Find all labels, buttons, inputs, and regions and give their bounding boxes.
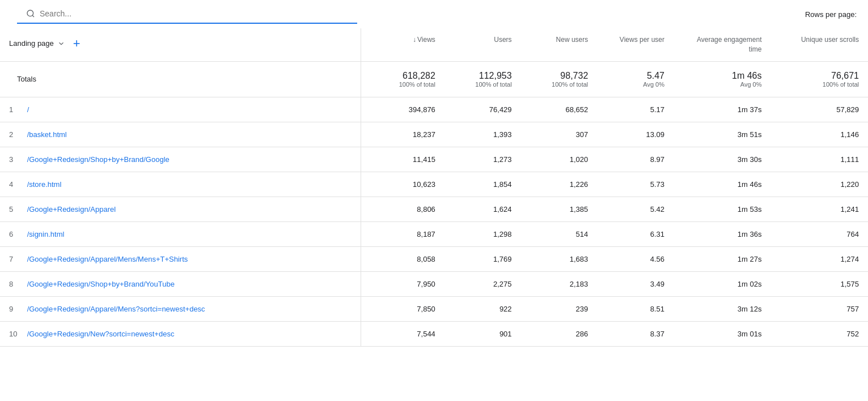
avg-engagement-cell: 1m 02s	[674, 271, 770, 296]
new-users-cell: 286	[521, 321, 598, 346]
new-users-column-header[interactable]: New users	[521, 28, 598, 61]
unique-scrolls-cell: 757	[770, 296, 868, 321]
new-users-cell: 1,020	[521, 147, 598, 172]
views-cell: 8,058	[361, 246, 444, 271]
row-number: 6	[9, 230, 18, 238]
landing-page-link[interactable]: /basket.html	[27, 130, 67, 139]
landing-page-link[interactable]: /Google+Redesign/New?sortci=newest+desc	[27, 330, 175, 338]
search-icon	[26, 9, 35, 18]
unique-scrolls-cell: 1,146	[770, 122, 868, 147]
rows-per-page-label: Rows per page:	[805, 10, 857, 19]
totals-views: 618,282 100% of total	[361, 61, 444, 97]
views-cell: 394,876	[361, 97, 444, 122]
users-cell: 1,854	[444, 172, 521, 197]
avg-engagement-cell: 3m 51s	[674, 122, 770, 147]
users-cell: 922	[444, 296, 521, 321]
new-users-cell: 2,183	[521, 271, 598, 296]
views-cell: 7,544	[361, 321, 444, 346]
views-per-user-cell: 5.73	[597, 172, 674, 197]
unique-scrolls-cell: 1,111	[770, 147, 868, 172]
users-cell: 1,769	[444, 246, 521, 271]
totals-label: Totals	[17, 75, 36, 83]
views-per-user-column-header[interactable]: Views per user	[597, 28, 674, 61]
avg-engagement-cell: 1m 53s	[674, 197, 770, 221]
new-users-cell: 1,226	[521, 172, 598, 197]
row-number: 9	[9, 305, 18, 313]
unique-scrolls-cell: 1,274	[770, 246, 868, 271]
landing-page-link[interactable]: /Google+Redesign/Apparel/Mens?sortci=new…	[27, 305, 205, 313]
row-number: 8	[9, 280, 18, 288]
totals-row: Totals 618,282 100% of total 112,953 100…	[0, 61, 868, 97]
avg-engagement-cell: 1m 36s	[674, 221, 770, 246]
views-column-header[interactable]: ↓ Views	[361, 28, 444, 61]
sort-icon: ↓	[413, 35, 416, 45]
new-users-cell: 514	[521, 221, 598, 246]
unique-scrolls-column-header[interactable]: Unique user scrolls	[770, 28, 868, 61]
landing-page-cell: 5 /Google+Redesign/Apparel	[0, 197, 361, 221]
users-cell: 76,429	[444, 97, 521, 122]
new-users-cell: 1,385	[521, 197, 598, 221]
table-row: 7 /Google+Redesign/Apparel/Mens/Mens+T+S…	[0, 246, 868, 271]
users-cell: 1,273	[444, 147, 521, 172]
unique-scrolls-cell: 764	[770, 221, 868, 246]
avg-engagement-cell: 3m 01s	[674, 321, 770, 346]
row-number: 5	[9, 205, 18, 214]
views-per-user-cell: 3.49	[597, 271, 674, 296]
landing-page-cell: 4 /store.html	[0, 172, 361, 197]
views-cell: 7,850	[361, 296, 444, 321]
table-row: 2 /basket.html 18,237 1,393 307 13.09 3m…	[0, 122, 868, 147]
views-cell: 18,237	[361, 122, 444, 147]
svg-line-1	[32, 15, 34, 17]
new-users-cell: 68,652	[521, 97, 598, 122]
views-per-user-cell: 6.31	[597, 221, 674, 246]
avg-engagement-cell: 3m 12s	[674, 296, 770, 321]
views-cell: 7,950	[361, 271, 444, 296]
users-cell: 1,298	[444, 221, 521, 246]
landing-page-link[interactable]: /signin.html	[27, 230, 65, 238]
row-number: 7	[9, 255, 18, 263]
table-row: 5 /Google+Redesign/Apparel 8,806 1,624 1…	[0, 197, 868, 221]
views-cell: 8,187	[361, 221, 444, 246]
users-cell: 1,624	[444, 197, 521, 221]
views-cell: 8,806	[361, 197, 444, 221]
table-row: 9 /Google+Redesign/Apparel/Mens?sortci=n…	[0, 296, 868, 321]
landing-page-link[interactable]: /	[27, 105, 29, 114]
landing-page-cell: 7 /Google+Redesign/Apparel/Mens/Mens+T+S…	[0, 246, 361, 271]
add-dimension-button[interactable]: +	[73, 35, 81, 53]
unique-scrolls-cell: 1,220	[770, 172, 868, 197]
chevron-down-icon	[57, 40, 65, 48]
views-cell: 10,623	[361, 172, 444, 197]
landing-page-link[interactable]: /store.html	[27, 180, 62, 189]
totals-new-users: 98,732 100% of total	[521, 61, 598, 97]
users-column-header[interactable]: Users	[444, 28, 521, 61]
landing-page-link[interactable]: /Google+Redesign/Apparel	[27, 205, 116, 214]
landing-page-cell: 9 /Google+Redesign/Apparel/Mens?sortci=n…	[0, 296, 361, 321]
unique-scrolls-cell: 1,575	[770, 271, 868, 296]
table-row: 3 /Google+Redesign/Shop+by+Brand/Google …	[0, 147, 868, 172]
landing-page-cell: 10 /Google+Redesign/New?sortci=newest+de…	[0, 321, 361, 346]
views-per-user-cell: 5.17	[597, 97, 674, 122]
landing-page-link[interactable]: /Google+Redesign/Shop+by+Brand/YouTube	[27, 280, 175, 288]
avg-engagement-column-header[interactable]: Average engagement time	[674, 28, 770, 61]
row-number: 4	[9, 180, 18, 189]
landing-page-cell: 2 /basket.html	[0, 122, 361, 147]
svg-point-0	[27, 10, 33, 16]
landing-page-cell: 1 /	[0, 97, 361, 122]
totals-unique-scrolls: 76,671 100% of total	[770, 61, 868, 97]
table-row: 10 /Google+Redesign/New?sortci=newest+de…	[0, 321, 868, 346]
views-per-user-cell: 4.56	[597, 246, 674, 271]
unique-scrolls-cell: 1,241	[770, 197, 868, 221]
users-cell: 901	[444, 321, 521, 346]
search-input[interactable]	[40, 9, 348, 18]
landing-page-link[interactable]: /Google+Redesign/Shop+by+Brand/Google	[27, 155, 170, 164]
row-number: 10	[9, 330, 18, 338]
table-row: 4 /store.html 10,623 1,854 1,226 5.73 1m…	[0, 172, 868, 197]
new-users-cell: 1,683	[521, 246, 598, 271]
avg-engagement-cell: 1m 37s	[674, 97, 770, 122]
landing-page-column-header[interactable]: Landing page	[9, 39, 54, 49]
avg-engagement-cell: 1m 46s	[674, 172, 770, 197]
views-cell: 11,415	[361, 147, 444, 172]
users-cell: 1,393	[444, 122, 521, 147]
landing-page-link[interactable]: /Google+Redesign/Apparel/Mens/Mens+T+Shi…	[27, 255, 188, 263]
views-per-user-cell: 8.51	[597, 296, 674, 321]
